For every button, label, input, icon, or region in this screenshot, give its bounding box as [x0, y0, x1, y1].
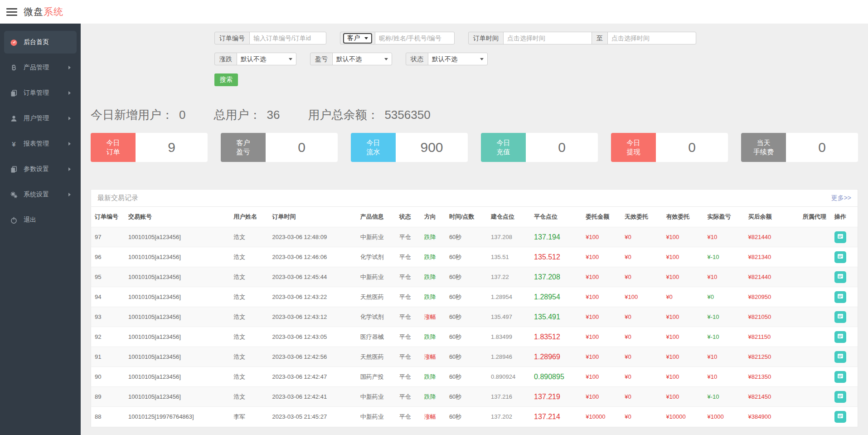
- chevron-right-icon: [68, 167, 71, 171]
- time-to-label: 至: [592, 32, 608, 44]
- search-button[interactable]: 搜索: [214, 73, 238, 86]
- order-detail-button[interactable]: [834, 231, 846, 243]
- cell-direction: 跌降: [422, 387, 447, 407]
- form-icon: [836, 232, 844, 242]
- cell-product: 天然医药: [359, 347, 398, 367]
- cell-account: 10010105[a123456]: [126, 367, 232, 387]
- sidebar-item-params[interactable]: 参数设置: [4, 158, 77, 181]
- form-icon: [836, 412, 844, 421]
- menu-toggle-icon[interactable]: [6, 8, 17, 16]
- card-label-line2: 流水: [367, 147, 380, 156]
- cell-entrust: ¥100: [584, 287, 623, 307]
- cell-profit: ¥10: [705, 347, 746, 367]
- cell-id: 88: [91, 407, 126, 427]
- cell-agent: [801, 227, 833, 247]
- time-from-input[interactable]: [503, 32, 592, 44]
- card-label: 客户盈亏: [221, 133, 266, 162]
- sidebar-item-home[interactable]: 后台首页: [4, 31, 77, 54]
- cell-direction: 跌降: [422, 287, 447, 307]
- customer-addon: 客户: [340, 32, 375, 44]
- cell-profit: ¥10: [705, 227, 746, 247]
- profit-loss-select[interactable]: 默认不选: [332, 53, 392, 65]
- table-row: 8910010105[a123456]浩文2023-03-06 12:42:41…: [91, 387, 858, 407]
- sidebar-item-system[interactable]: 系统设置: [4, 183, 77, 206]
- sidebar-item-label: 报表管理: [24, 140, 68, 148]
- filter-status: 状态 默认不选: [406, 53, 488, 65]
- rise-fall-value: 默认不选: [241, 55, 266, 63]
- card-today-orders: 今日订单9: [91, 133, 208, 162]
- cell-close: 137.219: [532, 387, 584, 407]
- order-detail-button[interactable]: [834, 411, 846, 423]
- cell-product: 中新药业: [359, 227, 398, 247]
- sidebar-item-reports[interactable]: ¥报表管理: [4, 132, 77, 155]
- order-no-input[interactable]: [249, 32, 326, 44]
- cell-valid: ¥100: [664, 227, 705, 247]
- filter-order-no: 订单编号: [214, 32, 326, 44]
- order-detail-button[interactable]: [834, 271, 846, 283]
- order-detail-button[interactable]: [834, 251, 846, 263]
- order-detail-button[interactable]: [834, 331, 846, 343]
- cell-actions: [833, 367, 858, 387]
- card-label-line1: 今日: [497, 138, 510, 147]
- cell-close: 1.83512: [532, 327, 584, 347]
- table-row: 9110010105[a123456]浩文2023-03-06 12:42:56…: [91, 347, 858, 367]
- order-detail-button[interactable]: [834, 351, 846, 363]
- sidebar-item-orders[interactable]: 订单管理: [4, 82, 77, 104]
- order-detail-button[interactable]: [834, 371, 846, 383]
- bitcoin-icon: [10, 64, 18, 72]
- cell-time: 2023-03-06 12:42:56: [270, 347, 358, 367]
- cell-duration: 60秒: [447, 327, 489, 347]
- logo-primary: 微盘: [24, 6, 44, 17]
- order-detail-button[interactable]: [834, 291, 846, 303]
- cell-valid: ¥100: [664, 327, 705, 347]
- cell-entrust: ¥100: [584, 387, 623, 407]
- time-to-input[interactable]: [607, 32, 696, 44]
- cell-product: 医疗器械: [359, 327, 398, 347]
- status-select[interactable]: 默认不选: [428, 53, 488, 65]
- table-row: 9310010105[a123456]浩文2023-03-06 12:43:12…: [91, 307, 858, 327]
- sidebar-item-label: 用户管理: [24, 114, 68, 122]
- cell-profit: ¥-10: [705, 247, 746, 267]
- cell-direction: 跌降: [422, 267, 447, 287]
- customer-input[interactable]: [375, 32, 455, 44]
- table-row: 9710010105[a123456]浩文2023-03-06 12:48:09…: [91, 227, 858, 247]
- sidebar-item-logout[interactable]: 退出: [4, 209, 77, 231]
- cell-open: 137.208: [489, 227, 532, 247]
- cell-valid: ¥100: [664, 247, 705, 267]
- cell-account: 10010105[a123456]: [126, 267, 232, 287]
- cell-agent: [801, 407, 833, 427]
- chevron-right-icon: [68, 91, 71, 95]
- cell-agent: [801, 267, 833, 287]
- cell-valid: ¥100: [664, 387, 705, 407]
- rise-fall-label: 涨跌: [214, 53, 237, 65]
- cell-balance: ¥821150: [747, 327, 801, 347]
- customer-type-select[interactable]: 客户: [343, 33, 372, 44]
- cell-id: 96: [91, 247, 126, 267]
- sidebar-item-label: 产品管理: [24, 64, 68, 72]
- sidebar-item-users[interactable]: 用户管理: [4, 107, 77, 130]
- cell-name: 浩文: [232, 387, 270, 407]
- cell-close: 135.491: [532, 307, 584, 327]
- sidebar-item-products[interactable]: 产品管理: [4, 56, 77, 79]
- order-detail-button[interactable]: [834, 391, 846, 403]
- cell-close: 1.28969: [532, 347, 584, 367]
- cell-close: 0.890895: [532, 367, 584, 387]
- cell-status: 平仓: [398, 247, 422, 267]
- table-row: 9410010105[a123456]浩文2023-03-06 12:43:22…: [91, 287, 858, 307]
- sidebar: 后台首页产品管理订单管理用户管理¥报表管理参数设置系统设置退出: [0, 24, 81, 435]
- cell-entrust: ¥100: [584, 307, 623, 327]
- cell-valid: ¥100: [664, 347, 705, 367]
- cell-agent: [801, 347, 833, 367]
- cell-duration: 60秒: [447, 267, 489, 287]
- panel-title: 最新交易记录: [97, 194, 831, 202]
- trades-table: 订单编号交易账号用户姓名订单时间产品信息状态方向时间/点数建仓点位平仓点位委托金…: [91, 207, 858, 427]
- cell-product: 中新药业: [359, 267, 398, 287]
- column-header: 买后余额: [747, 207, 801, 227]
- cell-name: 李军: [232, 407, 270, 427]
- rise-fall-select[interactable]: 默认不选: [237, 53, 296, 65]
- cell-account: 10010125[19976764863]: [126, 407, 232, 427]
- summary-headline: 今日新增用户：0总用户：36用户总余额：5356350: [91, 107, 858, 123]
- chevron-right-icon: [68, 193, 71, 196]
- order-detail-button[interactable]: [834, 311, 846, 323]
- more-link[interactable]: 更多>>: [831, 194, 851, 202]
